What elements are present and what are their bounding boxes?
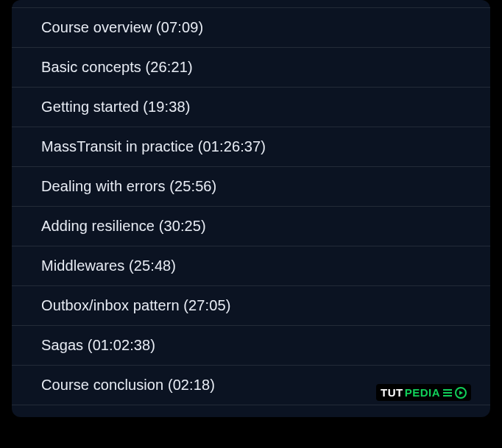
logo-lines-icon	[443, 388, 452, 398]
module-list: Course overview (07:09)Basic concepts (2…	[12, 7, 490, 405]
module-item[interactable]: Middlewares (25:48)	[12, 246, 490, 286]
module-item-label: Getting started (19:38)	[41, 99, 190, 115]
module-item[interactable]: Course overview (07:09)	[12, 7, 490, 48]
module-item[interactable]: Getting started (19:38)	[12, 88, 490, 127]
module-item[interactable]: Basic concepts (26:21)	[12, 48, 490, 88]
module-item[interactable]: Outbox/inbox pattern (27:05)	[12, 286, 490, 326]
course-modules-panel: Course overview (07:09)Basic concepts (2…	[12, 0, 490, 417]
module-item[interactable]: Sagas (01:02:38)	[12, 326, 490, 366]
module-item[interactable]: Dealing with errors (25:56)	[12, 167, 490, 207]
module-item-label: Outbox/inbox pattern (27:05)	[41, 297, 230, 314]
module-item-label: Course overview (07:09)	[41, 19, 203, 36]
play-circle-icon	[455, 387, 467, 399]
module-item-label: Course conclusion (02:18)	[41, 377, 215, 394]
module-item-label: MassTransit in practice (01:26:37)	[41, 138, 266, 155]
module-item-label: Middlewares (25:48)	[41, 257, 176, 274]
logo-text-tut: TUT	[381, 386, 403, 399]
module-item[interactable]: MassTransit in practice (01:26:37)	[12, 127, 490, 167]
module-item-label: Adding resilience (30:25)	[41, 218, 206, 235]
watermark-logo: TUT PEDIA	[376, 384, 471, 401]
module-item[interactable]: Adding resilience (30:25)	[12, 207, 490, 246]
module-item-label: Basic concepts (26:21)	[41, 59, 193, 76]
module-item-label: Dealing with errors (25:56)	[41, 178, 216, 195]
logo-text-pedia: PEDIA	[405, 386, 440, 399]
module-item-label: Sagas (01:02:38)	[41, 337, 155, 354]
